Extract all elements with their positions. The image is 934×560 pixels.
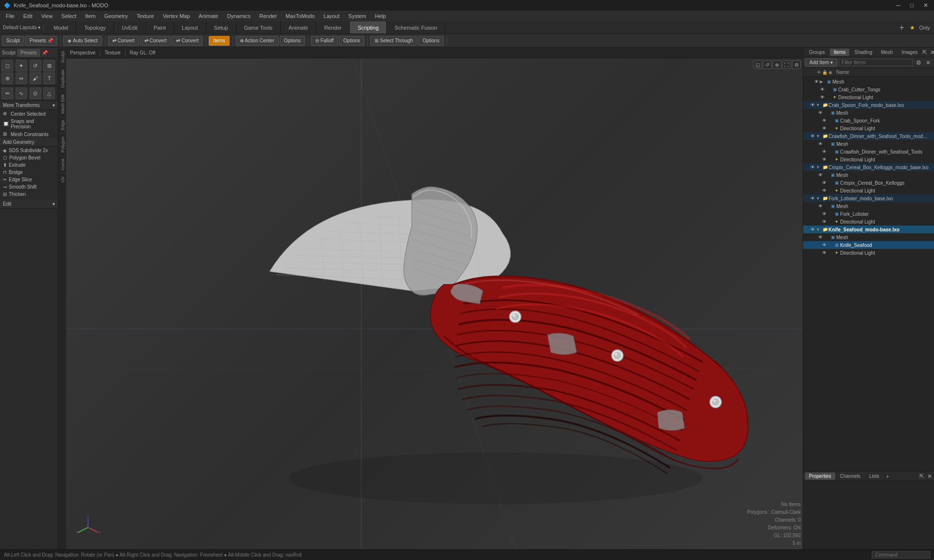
item-eye-2[interactable]: 👁 bbox=[819, 86, 826, 93]
presets-button[interactable]: Presets 📌 bbox=[25, 36, 58, 46]
center-selected-item[interactable]: ⊕ Center Selected bbox=[0, 110, 58, 118]
item-eye-23[interactable]: 👁 bbox=[821, 249, 827, 256]
menu-texture[interactable]: Texture bbox=[133, 12, 158, 20]
item-dir-light-4[interactable]: 👁 ✦ Directional Light bbox=[803, 187, 934, 194]
item-expand-12[interactable]: ▼ bbox=[816, 165, 822, 170]
item-crispix-cereal[interactable]: 👁 ▣ Crispix_Cereal_Box_Kelloggs bbox=[803, 179, 934, 187]
menu-select[interactable]: Select bbox=[57, 12, 80, 20]
items-button[interactable]: Items bbox=[209, 36, 229, 46]
item-dir-light-2[interactable]: 👁 ✦ Directional Light bbox=[803, 124, 934, 132]
item-crab-cutter[interactable]: 👁 ▣ Crab_Cutter_Tongs bbox=[803, 86, 934, 93]
polygon-bevel-item[interactable]: ⬡ Polygon Bevel bbox=[0, 154, 58, 161]
item-fork-lobster[interactable]: 👁 ▣ Fork_Lobster bbox=[803, 210, 934, 218]
rp-tab-items[interactable]: Items bbox=[830, 49, 849, 56]
item-crawfish-mesh[interactable]: 👁 ▣ Mesh bbox=[803, 140, 934, 148]
item-crab-spoon-fork[interactable]: 👁 ▣ Crab_Spoon_Fork bbox=[803, 117, 934, 124]
viewport-tool-3[interactable]: ⊕ bbox=[772, 60, 781, 69]
menu-geometry[interactable]: Geometry bbox=[100, 12, 131, 20]
select-through-button[interactable]: ⊞ Select Through bbox=[370, 36, 417, 46]
bridge-item[interactable]: ⊓ Bridge bbox=[0, 169, 58, 176]
items-close-icon[interactable]: ✕ bbox=[924, 59, 932, 67]
tool-icon-transform[interactable]: ⊕ bbox=[1, 72, 13, 84]
item-crab-spoon-mesh[interactable]: 👁 ▣ Mesh bbox=[803, 109, 934, 117]
item-eye-3[interactable]: 👁 bbox=[819, 94, 826, 101]
sds-subdivide-item[interactable]: ◈ SDS Subdivide 2x bbox=[0, 147, 58, 154]
item-dir-light-6[interactable]: 👁 ✦ Directional Light bbox=[803, 249, 934, 257]
menu-file[interactable]: File bbox=[2, 12, 18, 20]
rp-close-icon[interactable]: ✕ bbox=[930, 49, 934, 56]
viewport-tool-4[interactable]: ⛶ bbox=[782, 60, 791, 69]
items-settings-icon[interactable]: ⚙ bbox=[915, 59, 922, 67]
convert-button-2[interactable]: ⇄ Convert bbox=[140, 36, 171, 46]
item-group-crispix[interactable]: 👁 ▼ 📁 Crispix_Cereal_Box_Kelloggs_modo_b… bbox=[803, 163, 934, 171]
viewport-tool-1[interactable]: ◱ bbox=[753, 60, 762, 69]
item-eye-16[interactable]: 👁 bbox=[809, 195, 816, 202]
tool-icon-scale[interactable]: ⊞ bbox=[43, 60, 55, 71]
vtab-polygon[interactable]: Polygon bbox=[58, 133, 66, 156]
item-eye-20[interactable]: 👁 bbox=[809, 226, 816, 233]
action-center-button[interactable]: ⊕ Action Center bbox=[235, 36, 279, 46]
menu-render[interactable]: Render bbox=[255, 12, 281, 20]
bottom-tab-channels[interactable]: Channels bbox=[836, 472, 864, 480]
menu-animate[interactable]: Animate bbox=[195, 12, 222, 20]
item-eye-15[interactable]: 👁 bbox=[821, 187, 827, 194]
bottom-panel-expand-icon[interactable]: ⇱ bbox=[919, 473, 924, 480]
item-fork-lobster-mesh[interactable]: 👁 ▣ Mesh bbox=[803, 202, 934, 210]
more-transforms-header[interactable]: More Transforms ▾ bbox=[0, 101, 58, 109]
thicken-item[interactable]: ⊟ Thicken bbox=[0, 191, 58, 198]
bottom-panel-close-icon[interactable]: ✕ bbox=[927, 473, 932, 480]
item-expand-1[interactable]: ▶ bbox=[820, 79, 826, 84]
menu-help[interactable]: Help bbox=[371, 12, 390, 20]
item-eye-4[interactable]: 👁 bbox=[809, 102, 816, 108]
item-eye-19[interactable]: 👁 bbox=[821, 218, 827, 225]
menu-view[interactable]: View bbox=[37, 12, 57, 20]
tab-schematic-fusion[interactable]: Schematic Fusion bbox=[387, 21, 445, 34]
item-eye-7[interactable]: 👁 bbox=[821, 125, 827, 132]
item-eye-11[interactable]: 👁 bbox=[821, 156, 827, 163]
tool-icon-move[interactable]: ✦ bbox=[16, 60, 27, 71]
tool-icon-paint[interactable]: 🖌 bbox=[30, 72, 41, 84]
menu-layout[interactable]: Layout bbox=[320, 12, 343, 20]
item-expand-20[interactable]: ▼ bbox=[816, 227, 822, 232]
item-knife-seafood[interactable]: 👁 ▣ Knife_Seafood bbox=[803, 241, 934, 249]
edit-header[interactable]: Edit ▾ bbox=[0, 200, 58, 208]
default-layouts-dropdown[interactable]: Default Layouts ▾ bbox=[3, 25, 40, 30]
snaps-precision-item[interactable]: 🔲 Snaps and Precision bbox=[0, 118, 58, 130]
item-eye-9[interactable]: 👁 bbox=[817, 140, 824, 147]
vtab-duplicate[interactable]: Duplicate bbox=[58, 66, 66, 91]
item-expand-8[interactable]: ▼ bbox=[816, 134, 822, 139]
item-dir-light-5[interactable]: 👁 ✦ Directional Light bbox=[803, 218, 934, 226]
item-eye-5[interactable]: 👁 bbox=[817, 109, 824, 116]
tab-layout[interactable]: Layout bbox=[174, 21, 206, 34]
tool-icon-curve[interactable]: ∿ bbox=[16, 88, 27, 99]
tab-game-tools[interactable]: Game Tools bbox=[236, 21, 281, 34]
menu-edit[interactable]: Edit bbox=[19, 12, 36, 20]
item-group-crab-spoon[interactable]: 👁 ▼ 📁 Crab_Spoon_Fork_modo_base.lxo bbox=[803, 101, 934, 109]
options-button-2[interactable]: Options bbox=[339, 36, 364, 46]
item-mesh-toplevel[interactable]: 👁 ▶ ▣ Mesh bbox=[803, 78, 934, 86]
bottom-tab-add[interactable]: + bbox=[886, 473, 889, 479]
tab-model[interactable]: Model bbox=[46, 21, 76, 34]
viewport-tool-5[interactable]: ⚙ bbox=[792, 60, 801, 69]
convert-button-3[interactable]: ⇄ Convert bbox=[172, 36, 203, 46]
extrude-item[interactable]: ⬆ Extrude bbox=[0, 161, 58, 169]
viewport-tool-2[interactable]: ↺ bbox=[763, 60, 772, 69]
add-item-button[interactable]: Add Item ▾ bbox=[805, 58, 837, 67]
item-eye-6[interactable]: 👁 bbox=[821, 117, 827, 124]
rp-tab-mesh[interactable]: Mesh bbox=[877, 49, 897, 56]
add-geometry-header[interactable]: Add Geometry bbox=[0, 138, 58, 146]
tab-setup[interactable]: Setup bbox=[206, 21, 236, 34]
rp-tab-groups[interactable]: Groups bbox=[805, 49, 829, 56]
smooth-shift-item[interactable]: ⊸ Smooth Shift bbox=[0, 183, 58, 191]
rp-tab-images[interactable]: Images bbox=[898, 49, 921, 56]
rp-expand-icon[interactable]: ⇱ bbox=[922, 49, 927, 56]
options-button-1[interactable]: Options bbox=[280, 36, 305, 46]
tab-uvedit[interactable]: UvEdit bbox=[114, 21, 145, 34]
falloff-button[interactable]: ⊖ Falloff bbox=[311, 36, 338, 46]
command-input[interactable] bbox=[872, 551, 930, 559]
item-group-crawfish[interactable]: 👁 ▼ 📁 Crawfish_Dinner_with_Seafood_Tools… bbox=[803, 132, 934, 140]
vtab-curve[interactable]: Curve bbox=[58, 155, 66, 173]
item-eye-1[interactable]: 👁 bbox=[813, 78, 820, 85]
tool-icon-mirror[interactable]: ⇔ bbox=[16, 72, 27, 84]
item-eye-12[interactable]: 👁 bbox=[809, 164, 816, 171]
